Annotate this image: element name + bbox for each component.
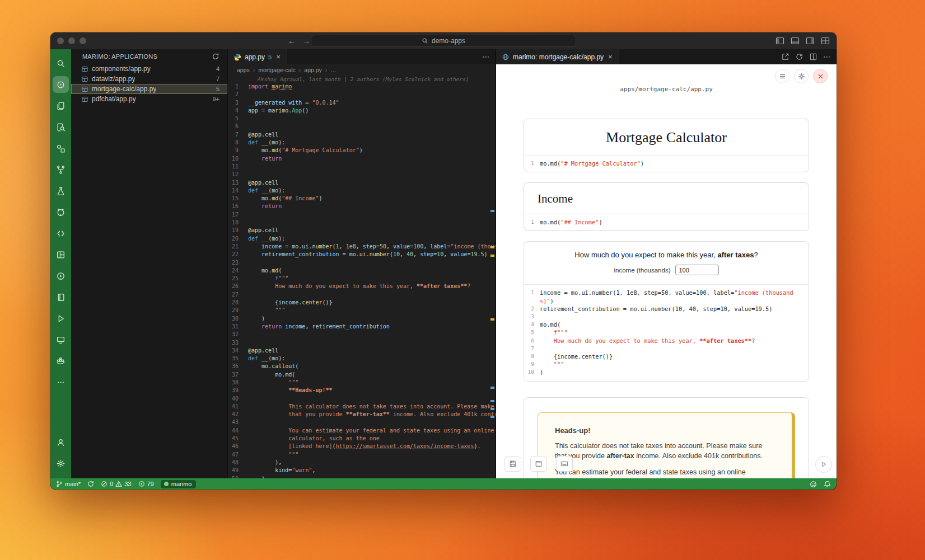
minimize-window-button[interactable] xyxy=(68,37,75,44)
code-line: 38 """ xyxy=(228,379,496,387)
save-button[interactable] xyxy=(504,456,521,472)
overview-ruler-mark xyxy=(490,416,494,418)
toggle-panel-bottom-icon[interactable] xyxy=(791,36,800,45)
customize-layout-icon[interactable] xyxy=(821,36,830,45)
overview-ruler-mark xyxy=(490,210,494,212)
cell-heading: Income xyxy=(524,183,809,214)
activity-github-icon[interactable] xyxy=(50,201,71,223)
sidebar-file-item[interactable]: dataviz/app.py 7 xyxy=(71,74,227,84)
activity-docker-icon[interactable] xyxy=(50,350,71,371)
file-badge: 9+ xyxy=(212,96,219,102)
split-editor-icon[interactable] xyxy=(809,53,817,61)
sidebar-file-item[interactable]: components/app.py 4 xyxy=(71,64,227,74)
sync-status[interactable] xyxy=(87,481,94,487)
activity-run-icon[interactable] xyxy=(50,308,71,329)
tab-app-py[interactable]: app.py 5 × xyxy=(228,49,287,64)
file-name: components/app.py xyxy=(92,65,151,73)
refresh-icon[interactable] xyxy=(212,53,219,60)
income-input-label: income (thousands) xyxy=(614,267,671,274)
activity-play-circle-icon[interactable] xyxy=(50,265,71,286)
feedback-smiley-icon[interactable] xyxy=(810,481,817,488)
toggle-panel-left-icon[interactable] xyxy=(775,36,784,45)
activity-devices-icon[interactable] xyxy=(50,329,71,350)
code-line: 31 return income, retirement_contributio… xyxy=(228,323,496,331)
code-line: 34@app.cell xyxy=(228,347,496,355)
breadcrumb-item[interactable]: … xyxy=(330,67,337,73)
income-number-input[interactable] xyxy=(675,265,719,275)
tab-badge: 5 xyxy=(268,54,272,60)
gear-icon xyxy=(798,73,805,80)
code-line: 27 xyxy=(228,291,496,299)
callout-title: Heads-up! xyxy=(555,426,775,435)
keyboard-shortcuts-button[interactable] xyxy=(556,456,573,472)
close-tab-icon[interactable]: × xyxy=(276,53,281,60)
code-editor[interactable]: 1import marimo23__generated_with = "0.0.… xyxy=(228,83,496,478)
tab-marimo-preview[interactable]: marimo: mortgage-calc/app.py × xyxy=(496,49,619,64)
activity-beaker-icon[interactable] xyxy=(50,180,71,201)
command-center-search[interactable]: demo-apps xyxy=(311,35,576,47)
app-file-icon xyxy=(81,86,88,93)
close-window-button[interactable] xyxy=(57,37,64,44)
warning-count: 33 xyxy=(124,481,131,487)
history-forward-button[interactable]: → xyxy=(302,36,310,45)
counter-status[interactable]: 79 xyxy=(138,481,154,487)
open-external-icon[interactable] xyxy=(781,53,789,61)
floppy-save-icon xyxy=(509,460,517,468)
file-badge: 5 xyxy=(216,86,219,92)
cell-heading: Mortgage Calculator xyxy=(524,119,809,155)
tab-label: marimo: mortgage-calc/app.py xyxy=(513,53,604,61)
notifications-bell-icon[interactable] xyxy=(824,481,831,488)
git-branch-status[interactable]: main* xyxy=(56,481,81,487)
code-line: 9 """ xyxy=(526,360,803,368)
activity-components-icon[interactable] xyxy=(50,138,71,159)
close-icon xyxy=(817,73,824,80)
cell-code-editor[interactable]: 1income = mo.ui.number(1, 1e8, step=50, … xyxy=(524,284,809,380)
code-line: 19@app.cell xyxy=(228,227,496,234)
history-back-button[interactable]: ← xyxy=(288,36,296,45)
code-line: 44 You can estimate your federal and sta… xyxy=(228,427,496,435)
activity-more-icon[interactable] xyxy=(50,371,71,393)
run-all-button[interactable] xyxy=(815,456,832,473)
sidebar-file-item[interactable]: mortgage-calc/app.py 5 xyxy=(71,84,227,94)
breadcrumb-item[interactable]: apps xyxy=(237,67,250,73)
cell-code-editor[interactable]: 1mo.md("# Mortgage Calculator") xyxy=(524,155,809,172)
activity-search-icon[interactable] xyxy=(50,53,71,74)
python-icon xyxy=(233,53,241,61)
zoom-window-button[interactable] xyxy=(80,37,86,44)
marimo-server-status[interactable]: marimo xyxy=(161,480,197,488)
activity-source-control-icon[interactable] xyxy=(50,159,71,180)
breadcrumb-item[interactable]: mortgage-calc xyxy=(258,67,296,73)
activity-file-search-icon[interactable] xyxy=(50,116,71,138)
sidebar-file-item[interactable]: pdfchat/app.py 9+ xyxy=(71,94,227,104)
activity-explorer-icon[interactable] xyxy=(50,95,71,116)
breadcrumb-item[interactable]: app.py xyxy=(304,67,322,73)
activity-code-brackets-icon[interactable] xyxy=(50,223,71,244)
toggle-panel-right-icon[interactable] xyxy=(806,36,815,45)
file-name: mortgage-calc/app.py xyxy=(92,85,156,93)
code-line: 10 return xyxy=(228,155,496,163)
sync-icon xyxy=(87,481,94,487)
editor-group: app.py 5 × ⋯ apps›mortgage-calc›app.py›…… xyxy=(228,49,496,478)
problems-status[interactable]: 0 33 xyxy=(101,481,131,487)
settings-gear-icon[interactable] xyxy=(50,453,71,474)
app-view-button[interactable] xyxy=(530,456,547,472)
window-icon xyxy=(535,460,543,468)
code-line: 7 xyxy=(526,345,803,352)
code-line: 1income = mo.ui.number(1, 1e8, step=50, … xyxy=(526,289,803,304)
account-icon[interactable] xyxy=(50,431,71,453)
webview-more-actions-icon[interactable]: ⋯ xyxy=(823,53,831,61)
marimo-shutdown-button[interactable] xyxy=(813,69,828,83)
file-badge: 7 xyxy=(216,76,219,82)
code-line: 3__generated_with = "0.0.14" xyxy=(228,99,496,107)
marimo-menu-button[interactable] xyxy=(775,69,789,83)
cell-code-editor[interactable]: 1mo.md("## Income") xyxy=(524,214,809,230)
activity-editor-layout-icon[interactable] xyxy=(50,244,71,265)
code-line: 39 **Heads-up!** xyxy=(228,387,496,394)
marimo-server-label: marimo xyxy=(171,481,192,487)
editor-more-actions-icon[interactable]: ⋯ xyxy=(482,53,490,61)
refresh-icon[interactable] xyxy=(795,53,803,61)
close-tab-icon[interactable]: × xyxy=(608,53,613,60)
marimo-settings-button[interactable] xyxy=(794,69,809,83)
activity-marimo-icon[interactable] xyxy=(50,74,71,95)
activity-notebook-icon[interactable] xyxy=(50,286,71,308)
